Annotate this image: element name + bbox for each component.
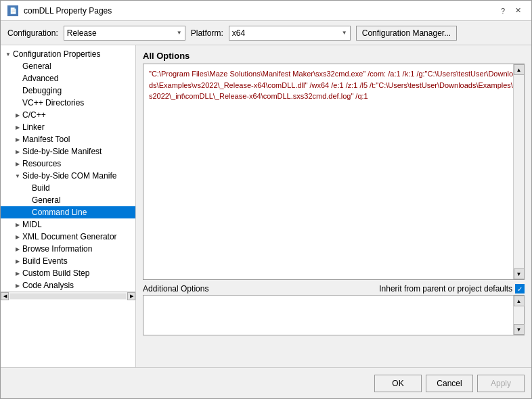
resources-expand-icon: ▶ xyxy=(13,161,22,167)
cancel-button[interactable]: Cancel xyxy=(426,375,473,392)
all-options-title: All Options xyxy=(136,45,531,64)
config-bar: Configuration: Release ▼ Platform: x64 ▼… xyxy=(1,21,531,45)
apply-button[interactable]: Apply xyxy=(477,375,525,392)
config-manager-button[interactable]: Configuration Manager... xyxy=(356,26,457,41)
inherit-group: Inherit from parent or project defaults … xyxy=(379,284,525,294)
tree-item-custom-build[interactable]: ▶ Custom Build Step xyxy=(1,267,135,279)
tree-item-build-events[interactable]: ▶ Build Events xyxy=(1,255,135,267)
tree-item-code-analysis[interactable]: ▶ Code Analysis xyxy=(1,279,135,291)
help-button[interactable]: ? xyxy=(496,4,510,18)
manifest-expand-icon: ▶ xyxy=(13,137,22,143)
tree-item-browse-info[interactable]: ▶ Browse Information xyxy=(1,243,135,255)
dialog: 📄 comDLL Property Pages ? ✕ Configuratio… xyxy=(0,0,532,399)
configuration-select[interactable]: Release ▼ xyxy=(64,26,185,41)
main-content: ▼ Configuration Properties General Advan… xyxy=(1,45,531,367)
tree-item-resources[interactable]: ▶ Resources xyxy=(1,158,135,170)
title-bar: 📄 comDLL Property Pages ? ✕ xyxy=(1,1,531,21)
tree-item-linker[interactable]: ▶ Linker xyxy=(1,121,135,133)
tree-root-label: Configuration Properties xyxy=(13,49,100,59)
tree-item-sbs-manifest[interactable]: ▶ Side-by-Side Manifest xyxy=(1,145,135,158)
tree-item-cmdline[interactable]: Command Line xyxy=(1,206,135,218)
title-bar-left: 📄 comDLL Property Pages xyxy=(7,5,112,16)
additional-label: Additional Options xyxy=(143,284,208,294)
inherit-label: Inherit from parent or project defaults xyxy=(379,284,512,294)
additional-header: Additional Options Inherit from parent o… xyxy=(143,284,525,294)
sbs-manifest-expand-icon: ▶ xyxy=(13,149,22,155)
all-options-text: "C:\Program Files\Maze Solutions\Manifes… xyxy=(143,64,524,106)
right-panel: All Options "C:\Program Files\Maze Solut… xyxy=(136,45,531,367)
cpp-expand-icon: ▶ xyxy=(13,112,22,118)
root-expand-icon: ▼ xyxy=(3,51,13,57)
linker-expand-icon: ▶ xyxy=(13,124,22,131)
close-button[interactable]: ✕ xyxy=(511,4,525,18)
add-scroll-down-icon[interactable]: ▼ xyxy=(514,324,525,335)
code-analysis-expand-icon: ▶ xyxy=(13,283,22,289)
h-scroll-right-icon[interactable]: ▶ xyxy=(127,292,135,300)
tree-root[interactable]: ▼ Configuration Properties xyxy=(1,48,135,60)
tree-h-scrollbar[interactable]: ◀ ▶ xyxy=(1,291,135,300)
additional-scrollbar[interactable]: ▲ ▼ xyxy=(513,296,524,335)
build-events-expand-icon: ▶ xyxy=(13,258,22,264)
title-controls: ? ✕ xyxy=(496,4,525,18)
config-arrow-icon: ▼ xyxy=(177,30,182,36)
tree-panel: ▼ Configuration Properties General Advan… xyxy=(1,45,136,367)
browse-expand-icon: ▶ xyxy=(13,246,22,252)
dialog-title: comDLL Property Pages xyxy=(24,6,112,16)
dialog-icon: 📄 xyxy=(7,5,18,16)
scroll-down-icon[interactable]: ▼ xyxy=(514,268,525,279)
scroll-up-icon[interactable]: ▲ xyxy=(514,64,525,75)
config-label: Configuration: xyxy=(7,28,58,38)
tree-item-sbs-com[interactable]: ▼ Side-by-Side COM Manife xyxy=(1,170,135,182)
tree-item-midl[interactable]: ▶ MIDL xyxy=(1,218,135,231)
tree-item-sbs-general[interactable]: General xyxy=(1,194,135,206)
tree-item-cpp[interactable]: ▶ C/C++ xyxy=(1,109,135,121)
platform-arrow-icon: ▼ xyxy=(342,30,347,36)
additional-section: Additional Options Inherit from parent o… xyxy=(143,284,525,335)
h-scroll-left-icon[interactable]: ◀ xyxy=(1,292,9,300)
tree-item-debugging[interactable]: Debugging xyxy=(1,85,135,97)
tree-item-general[interactable]: General xyxy=(1,60,135,72)
add-scroll-up-icon[interactable]: ▲ xyxy=(514,296,525,306)
platform-label: Platform: xyxy=(191,28,223,38)
tree-item-vc-dirs[interactable]: VC++ Directories xyxy=(1,97,135,109)
platform-value: x64 xyxy=(232,28,245,38)
bottom-panel: OK Cancel Apply xyxy=(1,367,531,398)
midl-expand-icon: ▶ xyxy=(13,222,22,228)
sbs-com-expand-icon: ▼ xyxy=(13,173,22,179)
all-options-scrollbar[interactable]: ▲ ▼ xyxy=(513,64,524,279)
tree-item-sbs-build[interactable]: Build xyxy=(1,182,135,194)
h-scroll-track[interactable] xyxy=(10,294,126,299)
additional-box: ▲ ▼ xyxy=(143,295,525,335)
tree-item-manifest-tool[interactable]: ▶ Manifest Tool xyxy=(1,133,135,145)
platform-select[interactable]: x64 ▼ xyxy=(229,26,351,41)
inherit-checkbox[interactable]: ✓ xyxy=(515,284,525,294)
tree-item-xml-doc[interactable]: ▶ XML Document Generator xyxy=(1,231,135,243)
tree-item-advanced[interactable]: Advanced xyxy=(1,72,135,85)
config-value: Release xyxy=(67,28,97,38)
ok-button[interactable]: OK xyxy=(374,375,422,392)
custom-build-expand-icon: ▶ xyxy=(13,271,22,277)
xml-doc-expand-icon: ▶ xyxy=(13,234,22,240)
all-options-box: "C:\Program Files\Maze Solutions\Manifes… xyxy=(143,64,525,280)
